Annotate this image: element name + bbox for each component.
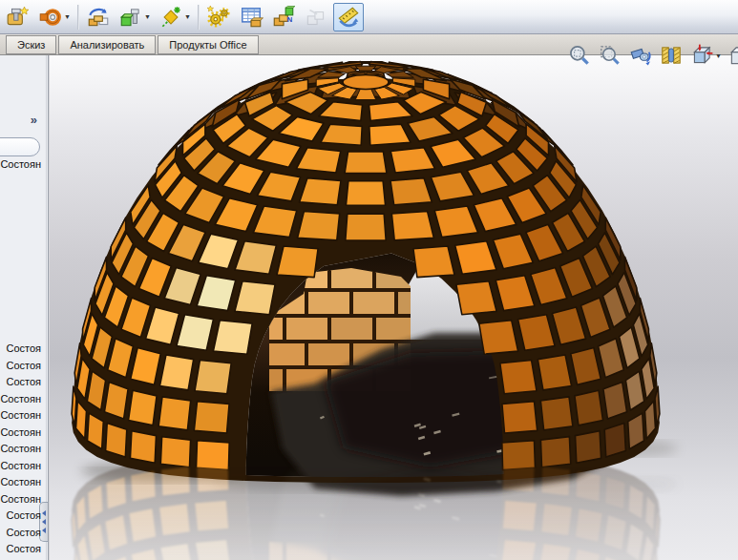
view-orientation-button[interactable]: ▼ bbox=[689, 43, 722, 68]
smart-fasteners-button[interactable]: ▼ bbox=[116, 3, 154, 31]
zoom-to-fit-button[interactable] bbox=[567, 43, 592, 68]
zoom-to-area-button[interactable] bbox=[598, 43, 622, 68]
ghost-parts-button bbox=[301, 3, 331, 31]
zoom-to-area-icon bbox=[598, 43, 622, 68]
tree-item[interactable]: Состоян bbox=[0, 409, 41, 421]
splitter-arrow-icon bbox=[42, 528, 46, 533]
tab-1[interactable]: Анализировать bbox=[58, 35, 156, 54]
tree-item-header[interactable]: Состоян bbox=[0, 158, 41, 170]
expand-chevron-icon[interactable]: » bbox=[31, 113, 37, 127]
tree-item[interactable]: Состоян bbox=[0, 393, 41, 404]
replace-components-button[interactable] bbox=[83, 3, 114, 31]
display-style-icon bbox=[727, 43, 738, 68]
rotate-view-icon bbox=[628, 43, 653, 68]
viewport-svg bbox=[50, 55, 738, 560]
tab-0[interactable]: Эскиз bbox=[6, 35, 56, 54]
toolbar-separator bbox=[77, 5, 79, 30]
dropdown-arrow-icon[interactable]: ▼ bbox=[144, 13, 151, 20]
tree-item[interactable]: Состоя bbox=[6, 342, 41, 354]
section-view-button[interactable] bbox=[659, 43, 684, 68]
sidebar-edge bbox=[45, 55, 47, 560]
tree-filter-lozenge[interactable] bbox=[0, 137, 40, 156]
section-view-icon bbox=[659, 43, 684, 68]
display-style-button[interactable] bbox=[727, 43, 738, 68]
dropdown-arrow-icon[interactable]: ▼ bbox=[184, 13, 191, 20]
measure-button[interactable] bbox=[333, 3, 364, 31]
tree-item[interactable]: Состоян bbox=[0, 460, 41, 471]
heads-up-view-toolbar: ▼ bbox=[567, 42, 738, 69]
move-component-icon bbox=[38, 5, 63, 30]
component-preview-icon bbox=[271, 5, 296, 30]
smart-fasteners-icon bbox=[118, 5, 143, 30]
toolbar-separator bbox=[198, 5, 200, 30]
rotate-view-button[interactable] bbox=[628, 43, 653, 68]
component-preview-button[interactable] bbox=[268, 3, 299, 31]
insert-component-icon bbox=[6, 5, 31, 30]
viewport-3d[interactable] bbox=[50, 55, 738, 560]
design-table-icon bbox=[239, 5, 264, 30]
smart-components-icon bbox=[158, 5, 183, 30]
tree-item[interactable]: Состоян bbox=[0, 493, 41, 505]
tree-item[interactable]: Состоя bbox=[6, 509, 41, 521]
gears-icon bbox=[206, 5, 231, 30]
solidworks-window: ▼▼▼ ЭскизАнализироватьПродукты Office » … bbox=[0, 0, 738, 560]
measure-icon bbox=[336, 5, 361, 30]
tree-item[interactable]: Состоян bbox=[0, 443, 41, 454]
splitter-arrow-icon bbox=[42, 519, 46, 525]
smart-components-button[interactable]: ▼ bbox=[156, 3, 194, 31]
splitter-arrow-icon bbox=[42, 510, 46, 516]
dropdown-arrow-icon[interactable]: ▼ bbox=[64, 13, 71, 20]
ghost-parts-icon bbox=[304, 5, 328, 30]
dropdown-arrow-icon[interactable]: ▼ bbox=[715, 52, 722, 59]
view-orientation-icon bbox=[689, 43, 714, 68]
insert-component-button[interactable] bbox=[3, 3, 33, 31]
tab-2[interactable]: Продукты Office bbox=[158, 35, 258, 54]
sidebar: » СостоянСостояСостояСостояСостоянСостоя… bbox=[0, 55, 49, 560]
tree-item[interactable]: Состоя bbox=[6, 543, 41, 554]
tree-item[interactable]: Состоя bbox=[6, 376, 41, 387]
move-component-button[interactable]: ▼ bbox=[35, 3, 74, 31]
tree-item[interactable]: Состоя bbox=[6, 360, 41, 371]
zoom-to-fit-icon bbox=[567, 43, 592, 68]
assembly-gears-button[interactable] bbox=[203, 3, 234, 31]
replace-components-icon bbox=[86, 5, 111, 30]
tree-item[interactable]: Состоян bbox=[0, 476, 41, 487]
design-table-button[interactable] bbox=[236, 3, 266, 31]
main-toolbar: ▼▼▼ bbox=[0, 0, 738, 34]
tree-item[interactable]: Состоя bbox=[6, 527, 41, 538]
tree-item[interactable]: Состоян bbox=[0, 426, 41, 438]
